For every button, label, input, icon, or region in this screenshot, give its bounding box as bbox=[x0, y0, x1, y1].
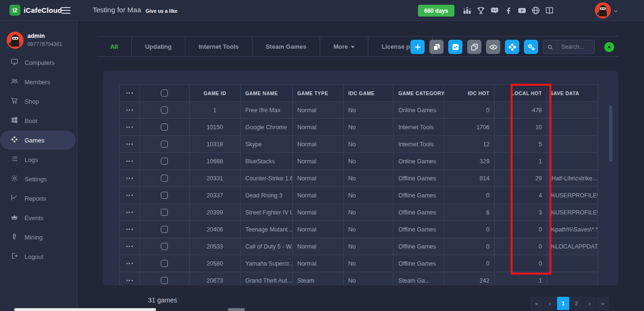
cell-game-id: 20399 bbox=[190, 204, 241, 221]
column-header[interactable]: GAME TYPE bbox=[293, 85, 344, 102]
select-all-checkbox[interactable] bbox=[161, 89, 168, 97]
column-header[interactable]: IDC GAME bbox=[344, 85, 394, 102]
trophy-icon[interactable] bbox=[476, 6, 486, 15]
tab-updating[interactable]: Updating bbox=[132, 36, 185, 56]
give-us-a-like-link[interactable]: Give us a like bbox=[146, 8, 177, 14]
column-header[interactable]: IDC HOT bbox=[444, 85, 495, 102]
row-actions-button[interactable] bbox=[126, 195, 133, 196]
chevron-down-icon[interactable] bbox=[613, 8, 619, 14]
row-checkbox[interactable] bbox=[161, 192, 168, 199]
row-actions-button[interactable] bbox=[126, 263, 133, 264]
tab-steam-games[interactable]: Steam Games bbox=[252, 36, 320, 56]
column-header[interactable]: GAME ID bbox=[190, 85, 241, 102]
sidebar-item-reports[interactable]: Reports bbox=[0, 189, 77, 208]
row-actions-button[interactable] bbox=[126, 178, 133, 179]
sidebar-item-shop[interactable]: Shop bbox=[0, 92, 77, 111]
sidebar-item-mining[interactable]: Mining bbox=[0, 228, 77, 247]
row-actions-button[interactable] bbox=[126, 109, 133, 111]
cell-idc-hot: 12 bbox=[444, 136, 495, 153]
sidebar-item-logout[interactable]: Logout bbox=[0, 247, 77, 266]
cell-idc-game: No bbox=[344, 153, 394, 170]
row-checkbox[interactable] bbox=[161, 158, 168, 165]
row-actions-button[interactable] bbox=[126, 280, 133, 281]
row-checkbox[interactable] bbox=[161, 226, 168, 233]
row-checkbox[interactable] bbox=[161, 141, 168, 148]
search-icon[interactable] bbox=[543, 40, 557, 53]
column-header[interactable]: LOCAL HOT bbox=[495, 85, 547, 102]
sidebar-item-label: Events bbox=[25, 214, 44, 222]
page-button-1[interactable]: 1 bbox=[557, 297, 569, 310]
sidebar-item-members[interactable]: Members bbox=[0, 72, 77, 91]
table-row[interactable]: 20399Street Fighter IV U...NormalNoOffli… bbox=[120, 204, 598, 221]
check-list-button[interactable] bbox=[448, 40, 462, 54]
page-button-«[interactable]: « bbox=[531, 297, 543, 310]
column-header[interactable]: GAME CATEGORY bbox=[393, 85, 444, 102]
table-row[interactable]: 20533Call of Duty 5 - W...NormalNoOfflin… bbox=[120, 238, 598, 255]
eye-button[interactable] bbox=[486, 40, 500, 54]
row-actions-button[interactable] bbox=[126, 143, 133, 145]
row-checkbox[interactable] bbox=[161, 277, 168, 284]
cell-save-data: %USERPROFILE%\D... bbox=[547, 187, 598, 204]
globe-icon[interactable] bbox=[531, 6, 540, 15]
table-row[interactable]: 10318SkypeNormalNoInternet Tools125 bbox=[120, 136, 598, 153]
tab-internet-tools[interactable]: Internet Tools bbox=[185, 36, 252, 56]
row-actions-button[interactable] bbox=[126, 229, 133, 230]
discord-icon[interactable] bbox=[490, 6, 499, 15]
youtube-icon[interactable] bbox=[517, 6, 527, 15]
table-row[interactable]: 20580Yamaha Supercr...NormalNoOffline Ga… bbox=[120, 255, 598, 272]
sidebar-item-events[interactable]: Events bbox=[0, 208, 77, 227]
cell-game-name: Call of Duty 5 - W... bbox=[241, 238, 293, 255]
table-row[interactable]: 10668BlueStacksNormalNoOnline Games3291 bbox=[120, 153, 598, 170]
cell-save-data bbox=[547, 119, 598, 136]
ranking-icon[interactable] bbox=[462, 6, 472, 15]
tab-all[interactable]: All bbox=[97, 36, 132, 56]
vertical-scrollbar[interactable] bbox=[609, 106, 612, 161]
hamburger-menu-icon[interactable] bbox=[61, 7, 70, 16]
table-row[interactable]: 10150Google ChromeNormalNoInternet Tools… bbox=[120, 119, 598, 136]
ellipsis-icon[interactable] bbox=[126, 92, 133, 94]
gears-button[interactable] bbox=[524, 40, 538, 54]
page-button-»[interactable]: » bbox=[597, 297, 609, 310]
row-checkbox[interactable] bbox=[161, 243, 168, 250]
column-header[interactable]: SAVE DATA bbox=[547, 85, 598, 102]
row-checkbox[interactable] bbox=[161, 260, 168, 267]
row-actions-button[interactable] bbox=[126, 212, 133, 213]
cell-game-type: Normal bbox=[293, 170, 344, 187]
row-actions-button[interactable] bbox=[126, 246, 133, 247]
sidebar-item-games[interactable]: Games bbox=[0, 131, 76, 150]
search-input[interactable] bbox=[557, 44, 592, 50]
brand-logo[interactable]: i2 iCafeCloud bbox=[9, 5, 62, 16]
page-button-›[interactable]: › bbox=[583, 297, 596, 310]
row-actions-button[interactable] bbox=[126, 160, 133, 162]
table-row[interactable]: 20337Dead Rising 3NormalNoOffline Games0… bbox=[120, 187, 598, 204]
table-row[interactable]: 20673Grand Theft Aut...SteamNoSteam Ga..… bbox=[120, 272, 598, 285]
row-checkbox[interactable] bbox=[161, 209, 168, 216]
horizontal-scrollbar-piece[interactable] bbox=[228, 308, 245, 311]
facebook-icon[interactable] bbox=[504, 6, 513, 15]
table-row[interactable]: 20331Counter-Strike 1.6NormalNoOffline G… bbox=[120, 170, 598, 187]
sidebar-item-boot[interactable]: Boot bbox=[0, 111, 77, 130]
stack-button[interactable] bbox=[429, 40, 444, 54]
add-button[interactable] bbox=[410, 40, 425, 54]
copy-button[interactable] bbox=[467, 40, 481, 54]
row-actions-button[interactable] bbox=[126, 126, 133, 128]
days-remaining-button[interactable]: 660 days bbox=[418, 5, 454, 17]
row-checkbox[interactable] bbox=[161, 107, 168, 114]
page-button-2[interactable]: 2 bbox=[570, 297, 583, 310]
globe-go-icon[interactable] bbox=[604, 42, 614, 52]
horizontal-scrollbar-thumb[interactable] bbox=[14, 308, 156, 311]
diamonds-button[interactable] bbox=[505, 40, 519, 54]
row-checkbox[interactable] bbox=[161, 175, 168, 182]
sidebar-item-computers[interactable]: Computers bbox=[0, 53, 77, 72]
sidebar-item-logs[interactable]: Logs bbox=[0, 150, 77, 169]
table-row[interactable]: 1Free Ifre MaxNormalNoOnline Games0478 bbox=[120, 102, 598, 119]
sidebar-item-settings[interactable]: Settings bbox=[0, 169, 77, 188]
tab-more[interactable]: More bbox=[320, 36, 368, 56]
page-button-‹[interactable]: ‹ bbox=[544, 297, 556, 310]
table-row[interactable]: 20406Teenage Mutant ...NormalNoOffline G… bbox=[120, 221, 598, 238]
cell-game-id: 10318 bbox=[190, 136, 241, 153]
row-checkbox[interactable] bbox=[161, 124, 168, 131]
user-avatar[interactable] bbox=[595, 2, 611, 18]
book-icon[interactable] bbox=[545, 6, 554, 15]
column-header[interactable]: GAME NAME bbox=[241, 85, 293, 102]
